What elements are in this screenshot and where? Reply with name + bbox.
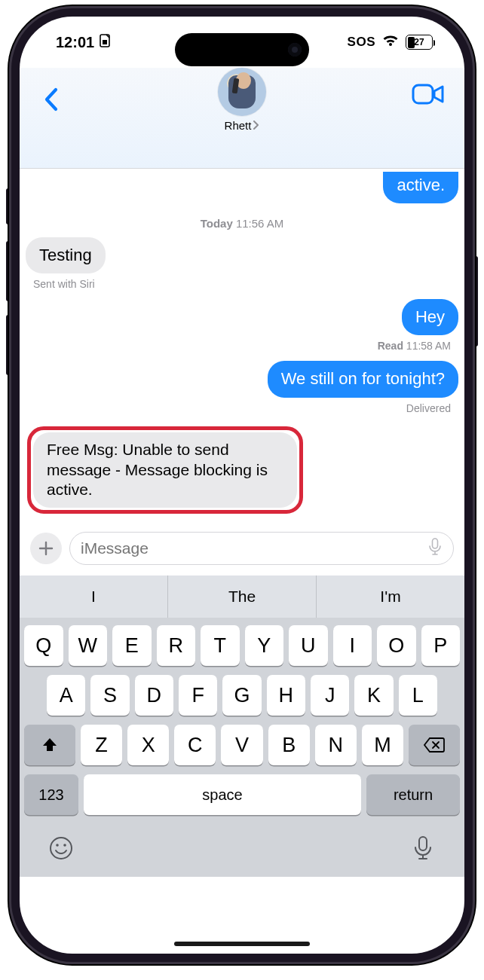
key-space[interactable]: space: [84, 774, 361, 815]
svg-point-4: [51, 838, 72, 859]
key-p[interactable]: P: [421, 625, 461, 666]
key-i[interactable]: I: [333, 625, 372, 666]
key-r[interactable]: R: [157, 625, 196, 666]
key-l[interactable]: L: [399, 675, 437, 716]
back-button[interactable]: [35, 83, 68, 116]
message-field[interactable]: [69, 532, 454, 565]
sos-indicator: SOS: [348, 35, 375, 50]
read-receipt: Read 11:58 AM: [26, 340, 451, 352]
key-f[interactable]: F: [179, 675, 217, 716]
emoji-button[interactable]: [45, 832, 77, 864]
received-bubble[interactable]: Free Msg: Unable to send message - Messa…: [33, 432, 297, 508]
key-b[interactable]: B: [268, 725, 310, 765]
key-a[interactable]: A: [47, 675, 85, 716]
compose-bar: [20, 523, 464, 575]
contact-name-label: Rhett: [225, 119, 252, 132]
highlighted-annotation: Free Msg: Unable to send message - Messa…: [27, 426, 303, 514]
key-y[interactable]: Y: [245, 625, 284, 666]
conversation: active. Today 11:56 AM Testing Sent with…: [20, 173, 464, 523]
key-s[interactable]: S: [90, 675, 129, 716]
sent-bubble[interactable]: We still on for tonight?: [268, 361, 458, 397]
key-u[interactable]: U: [289, 625, 328, 666]
key-q[interactable]: Q: [24, 625, 63, 666]
key-numbers[interactable]: 123: [24, 774, 78, 815]
key-x[interactable]: X: [127, 725, 169, 765]
facetime-button[interactable]: [410, 81, 446, 107]
svg-point-6: [63, 844, 66, 847]
received-bubble[interactable]: Testing: [26, 237, 106, 273]
svg-rect-1: [103, 40, 107, 44]
timestamp: Today 11:56 AM: [26, 217, 458, 230]
sim-icon: [99, 34, 111, 51]
nav-header: Rhett: [20, 68, 464, 169]
message-meta: Sent with Siri: [33, 278, 458, 290]
svg-point-5: [56, 844, 59, 847]
key-return[interactable]: return: [366, 774, 460, 815]
delivered-label: Delivered: [26, 402, 451, 414]
key-shift[interactable]: [24, 725, 75, 765]
dynamic-island: [175, 33, 309, 66]
svg-rect-2: [413, 85, 433, 103]
message-input[interactable]: [81, 539, 427, 557]
contact-name-button[interactable]: Rhett: [225, 119, 260, 132]
key-e[interactable]: E: [112, 625, 152, 666]
attach-button[interactable]: [30, 533, 62, 564]
key-w[interactable]: W: [69, 625, 108, 666]
key-o[interactable]: O: [377, 625, 416, 666]
home-indicator[interactable]: [174, 942, 310, 946]
suggestion[interactable]: I'm: [316, 575, 464, 618]
key-c[interactable]: C: [174, 725, 216, 765]
suggestion-bar: I The I'm: [20, 575, 464, 618]
suggestion[interactable]: I: [20, 575, 167, 618]
chevron-right-icon: [253, 119, 259, 132]
key-k[interactable]: K: [354, 675, 393, 716]
key-t[interactable]: T: [201, 625, 240, 666]
wifi-icon: [381, 34, 400, 51]
sent-bubble[interactable]: Hey: [402, 299, 458, 335]
key-z[interactable]: Z: [81, 725, 122, 765]
dictate-icon[interactable]: [427, 537, 443, 560]
svg-rect-7: [419, 837, 427, 850]
clock: 12:01: [56, 34, 94, 51]
keyboard: I The I'm Q W E R T Y U I O P A: [20, 575, 464, 877]
battery-indicator: 27: [406, 35, 433, 50]
key-j[interactable]: J: [311, 675, 349, 716]
key-h[interactable]: H: [267, 675, 305, 716]
key-n[interactable]: N: [315, 725, 357, 765]
key-d[interactable]: D: [135, 675, 173, 716]
key-g[interactable]: G: [222, 675, 261, 716]
svg-rect-3: [433, 539, 438, 548]
sent-bubble[interactable]: active.: [383, 172, 458, 203]
key-v[interactable]: V: [221, 725, 262, 765]
contact-avatar[interactable]: [218, 68, 266, 116]
suggestion[interactable]: The: [167, 575, 316, 618]
key-delete[interactable]: [409, 725, 460, 765]
dictate-button[interactable]: [407, 832, 439, 864]
key-m[interactable]: M: [362, 725, 403, 765]
